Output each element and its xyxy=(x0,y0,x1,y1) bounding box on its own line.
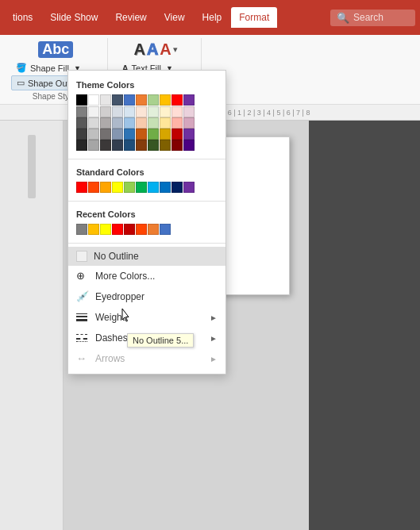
more-colors-option[interactable]: ⊕ More Colors... xyxy=(68,266,225,286)
standard-color-swatch[interactable] xyxy=(183,182,195,193)
theme-color-swatch[interactable] xyxy=(148,117,159,129)
theme-color-swatch[interactable] xyxy=(112,94,123,106)
weight-option[interactable]: Weight ► xyxy=(68,307,225,328)
menu-item-tions[interactable]: tions xyxy=(5,7,40,28)
recent-color-swatch[interactable] xyxy=(160,224,171,235)
theme-color-swatch[interactable] xyxy=(112,140,123,151)
theme-color-swatch[interactable] xyxy=(183,106,195,117)
theme-color-swatch[interactable] xyxy=(183,140,195,151)
standard-color-swatch[interactable] xyxy=(160,182,171,193)
theme-color-swatch[interactable] xyxy=(124,117,135,129)
theme-color-swatch[interactable] xyxy=(183,117,195,129)
no-outline-tooltip: No Outline 5... xyxy=(127,333,194,348)
theme-color-swatch[interactable] xyxy=(88,117,99,129)
theme-color-swatch[interactable] xyxy=(100,129,111,140)
theme-color-swatch[interactable] xyxy=(148,106,159,117)
theme-color-swatch[interactable] xyxy=(136,106,147,117)
wordart-more-icon[interactable]: ▾ xyxy=(173,44,178,55)
more-colors-label: More Colors... xyxy=(95,271,155,282)
theme-color-swatch[interactable] xyxy=(160,117,171,129)
theme-color-swatch[interactable] xyxy=(160,140,171,151)
standard-color-swatch[interactable] xyxy=(136,182,147,193)
arrows-option[interactable]: ↔ Arrows ► xyxy=(68,348,225,369)
theme-colors-title: Theme Colors xyxy=(76,80,218,90)
theme-color-swatch[interactable] xyxy=(100,140,111,151)
theme-color-swatch[interactable] xyxy=(136,94,147,106)
standard-color-swatch[interactable] xyxy=(124,182,135,193)
divider-3 xyxy=(68,243,225,244)
standard-color-swatch[interactable] xyxy=(148,182,159,193)
theme-color-swatch[interactable] xyxy=(112,117,123,129)
theme-color-swatch[interactable] xyxy=(124,94,135,106)
standard-color-swatch[interactable] xyxy=(88,182,99,193)
theme-color-swatch[interactable] xyxy=(183,94,195,106)
standard-color-swatch[interactable] xyxy=(112,182,123,193)
menu-item-review[interactable]: Review xyxy=(107,7,154,28)
vertical-scrollbar[interactable] xyxy=(28,135,36,198)
eyedropper-icon: 💉 xyxy=(76,290,89,303)
wordart-a-outline[interactable]: A xyxy=(147,41,158,57)
theme-color-swatch[interactable] xyxy=(100,106,111,117)
theme-color-swatch[interactable] xyxy=(183,129,195,140)
recent-color-swatch[interactable] xyxy=(124,224,135,235)
theme-color-swatch[interactable] xyxy=(112,129,123,140)
standard-color-swatch[interactable] xyxy=(171,182,183,193)
theme-color-swatch[interactable] xyxy=(160,106,171,117)
menu-item-help[interactable]: Help xyxy=(195,7,230,28)
theme-color-swatch[interactable] xyxy=(88,129,99,140)
theme-color-swatch[interactable] xyxy=(124,140,135,151)
theme-color-swatch[interactable] xyxy=(76,129,87,140)
recent-color-swatch[interactable] xyxy=(136,224,147,235)
dashes-icon xyxy=(76,332,89,344)
theme-color-swatch[interactable] xyxy=(136,140,147,151)
wordart-a-effects[interactable]: A xyxy=(160,41,171,57)
theme-color-swatch[interactable] xyxy=(171,129,183,140)
theme-color-swatch[interactable] xyxy=(124,129,135,140)
standard-colors-title: Standard Colors xyxy=(76,167,218,177)
wordart-letters: A A A ▾ xyxy=(133,41,177,57)
standard-color-swatch[interactable] xyxy=(76,182,87,193)
menu-item-view[interactable]: View xyxy=(156,7,193,28)
theme-color-swatch[interactable] xyxy=(88,140,99,151)
theme-color-swatch[interactable] xyxy=(160,129,171,140)
theme-color-swatch[interactable] xyxy=(112,106,123,117)
abc-button[interactable]: Abc xyxy=(38,41,73,58)
wordart-a-plain[interactable]: A xyxy=(133,41,144,57)
standard-color-swatch[interactable] xyxy=(100,182,111,193)
theme-color-swatch[interactable] xyxy=(76,106,87,117)
theme-color-swatch[interactable] xyxy=(88,94,99,106)
no-outline-option[interactable]: No Outline xyxy=(68,247,225,266)
weight-label: Weight xyxy=(95,312,125,323)
recent-color-swatch[interactable] xyxy=(148,224,159,235)
menu-item-format[interactable]: Format xyxy=(231,7,277,28)
theme-color-swatch[interactable] xyxy=(76,94,87,106)
search-icon: 🔍 xyxy=(337,12,349,24)
theme-color-swatch[interactable] xyxy=(171,106,183,117)
eyedropper-option[interactable]: 💉 Eyedropper xyxy=(68,286,225,307)
theme-color-swatch[interactable] xyxy=(148,140,159,151)
recent-color-swatch[interactable] xyxy=(112,224,123,235)
theme-color-swatch[interactable] xyxy=(136,129,147,140)
recent-color-swatch[interactable] xyxy=(88,224,99,235)
theme-color-swatch[interactable] xyxy=(148,129,159,140)
theme-color-swatch[interactable] xyxy=(100,94,111,106)
search-input[interactable] xyxy=(353,12,409,23)
recent-color-swatch[interactable] xyxy=(100,224,111,235)
theme-color-swatch[interactable] xyxy=(76,140,87,151)
theme-color-swatch[interactable] xyxy=(171,117,183,129)
theme-color-swatch[interactable] xyxy=(171,140,183,151)
theme-color-swatch[interactable] xyxy=(76,117,87,129)
theme-color-swatch[interactable] xyxy=(148,94,159,106)
theme-color-swatch[interactable] xyxy=(171,94,183,106)
theme-color-shade-row xyxy=(76,140,218,151)
theme-color-swatch[interactable] xyxy=(136,117,147,129)
shape-fill-icon: 🪣 xyxy=(16,63,27,73)
theme-color-swatch[interactable] xyxy=(100,117,111,129)
theme-color-swatch[interactable] xyxy=(124,106,135,117)
theme-color-swatch[interactable] xyxy=(88,106,99,117)
menu-item-slideshow[interactable]: Slide Show xyxy=(42,7,106,28)
theme-color-shades xyxy=(76,106,218,151)
theme-color-swatch[interactable] xyxy=(160,94,171,106)
standard-colors-row xyxy=(76,182,218,193)
recent-color-swatch[interactable] xyxy=(76,224,87,235)
